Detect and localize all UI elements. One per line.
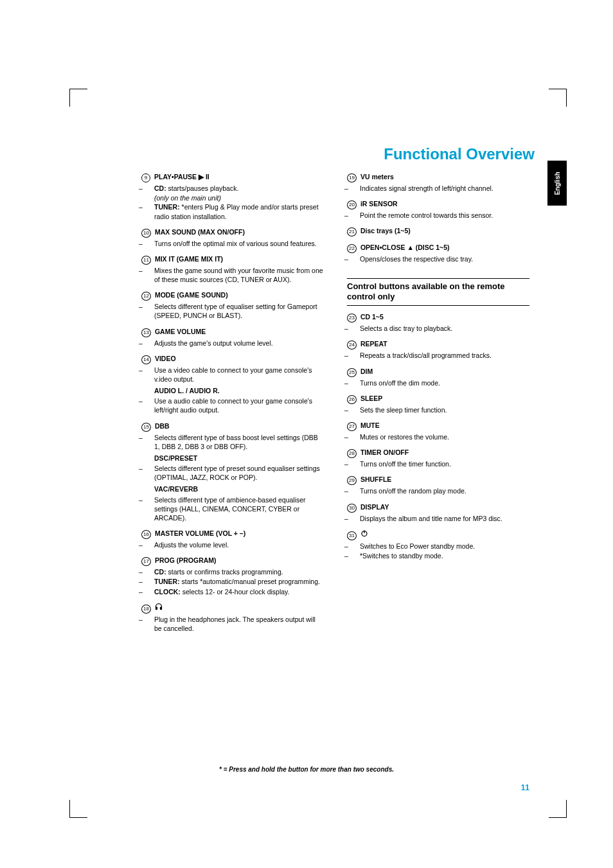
list-item: 13GAME VOLUMEAdjusts the game's output v… xyxy=(141,327,324,348)
list-item: 12MODE (GAME SOUND)Selects different typ… xyxy=(141,290,324,320)
item-number: 25 xyxy=(347,368,357,377)
item-title: VU meters xyxy=(360,172,394,181)
item-title: REPEAT xyxy=(360,339,387,348)
language-tab: English xyxy=(547,161,567,206)
item-heading: 12MODE (GAME SOUND) xyxy=(141,290,324,301)
item-number: 29 xyxy=(347,476,357,485)
section-heading: Control buttons available on the remote … xyxy=(347,278,529,306)
item-number: 19 xyxy=(347,173,357,182)
list-item: 30DISPLAYDisplays the album and title na… xyxy=(347,502,529,523)
item-title: MODE (GAME SOUND) xyxy=(155,290,228,299)
item-title xyxy=(360,529,368,539)
list-item: 19VU metersIndicates signal strength of … xyxy=(347,172,529,193)
item-description: Displays the album and title name for MP… xyxy=(347,514,529,523)
page-number: 11 xyxy=(521,783,529,792)
crop-mark xyxy=(549,89,567,107)
item-number: 17 xyxy=(141,557,151,566)
item-subtitle: VAC/REVERB xyxy=(141,484,324,493)
item-heading: 10MAX SOUND (MAX ON/OFF) xyxy=(141,227,324,238)
item-number: 13 xyxy=(141,328,151,337)
item-heading: 19VU meters xyxy=(347,172,529,182)
list-item: 9PLAY•PAUSE ▶ IICD: starts/pauses playba… xyxy=(141,172,324,221)
item-number: 21 xyxy=(347,227,357,236)
item-description: Selects different type of bass boost lev… xyxy=(141,433,324,451)
page-title: Functional Overview xyxy=(384,145,535,163)
svg-rect-1 xyxy=(160,607,161,610)
list-item: 27MUTEMutes or restores the volume. xyxy=(347,421,529,441)
item-title: DIM xyxy=(360,367,373,376)
item-title: MASTER VOLUME (VOL + –) xyxy=(155,529,245,538)
item-title: MAX SOUND (MAX ON/OFF) xyxy=(155,227,245,236)
list-item: 10MAX SOUND (MAX ON/OFF)Turns on/off the… xyxy=(141,227,324,248)
item-description: Selects different type of ambience-based… xyxy=(141,495,324,523)
item-number: 31 xyxy=(347,531,357,540)
list-item: 16MASTER VOLUME (VOL + –)Adjusts the vol… xyxy=(141,529,324,549)
crop-mark xyxy=(69,89,87,107)
item-heading: 18 xyxy=(141,603,324,614)
item-description: Indicates signal strength of left/right … xyxy=(347,184,529,193)
item-description: Use a video cable to connect to your gam… xyxy=(141,366,324,384)
item-description: Switches to Eco Power standby mode. xyxy=(347,542,529,551)
item-description: Point the remote control towards this se… xyxy=(347,211,529,220)
item-title: PROG (PROGRAM) xyxy=(155,556,217,565)
list-item: 23CD 1~5Selects a disc tray to playback. xyxy=(347,312,529,333)
item-subtitle: AUDIO L. / AUDIO R. xyxy=(141,386,324,395)
item-description: CD: starts or confirms tracks programmin… xyxy=(141,567,324,576)
left-column: 9PLAY•PAUSE ▶ IICD: starts/pauses playba… xyxy=(141,172,324,639)
item-heading: 31 xyxy=(347,529,529,540)
item-description: Mutes or restores the volume. xyxy=(347,432,529,441)
item-heading: 14VIDEO xyxy=(141,354,324,364)
item-description: Repeats a track/disc/all programmed trac… xyxy=(347,351,529,360)
item-description: Selects different type of equaliser sett… xyxy=(141,302,324,320)
item-heading: 27MUTE xyxy=(347,421,529,431)
item-description: TUNER: starts *automatic/manual preset p… xyxy=(141,577,324,586)
item-description: Selects different type of preset sound e… xyxy=(141,464,324,482)
item-heading: 21Disc trays (1~5) xyxy=(347,226,529,236)
item-heading: 16MASTER VOLUME (VOL + –) xyxy=(141,529,324,539)
list-item: 25DIMTurns on/off the dim mode. xyxy=(347,367,529,387)
item-heading: 15DBB xyxy=(141,421,324,432)
item-title: GAME VOLUME xyxy=(155,327,206,336)
item-heading: 24REPEAT xyxy=(347,339,529,350)
item-number: 10 xyxy=(141,229,151,238)
item-number: 14 xyxy=(141,355,151,364)
item-note: (only on the main unit) xyxy=(141,193,324,202)
content-columns: 9PLAY•PAUSE ▶ IICD: starts/pauses playba… xyxy=(141,172,529,639)
item-heading: 26SLEEP xyxy=(347,394,529,404)
list-item: 15DBBSelects different type of bass boos… xyxy=(141,421,324,523)
item-heading: 30DISPLAY xyxy=(347,502,529,513)
item-description: Use a audio cable to connect to your gam… xyxy=(141,396,324,414)
list-item: 28TIMER ON/OFFTurns on/off the timer fun… xyxy=(347,448,529,468)
item-heading: 9PLAY•PAUSE ▶ II xyxy=(141,172,324,182)
item-number: 22 xyxy=(347,244,357,253)
item-heading: 25DIM xyxy=(347,367,529,377)
item-title xyxy=(155,603,163,612)
list-item: 22OPEN•CLOSE ▲ (DISC 1~5)Opens/closes th… xyxy=(347,243,529,263)
headphones-icon xyxy=(155,603,163,610)
item-number: 20 xyxy=(347,200,357,209)
list-item: 29SHUFFLETurns on/off the random play mo… xyxy=(347,475,529,495)
list-item: 20iR SENSORPoint the remote control towa… xyxy=(347,199,529,220)
item-heading: 13GAME VOLUME xyxy=(141,327,324,337)
item-description: Mixes the game sound with your favorite … xyxy=(141,266,324,284)
item-heading: 17PROG (PROGRAM) xyxy=(141,556,324,566)
item-description: Adjusts the volume level. xyxy=(141,540,324,549)
item-title: SLEEP xyxy=(360,394,382,403)
list-item: 31Switches to Eco Power standby mode.*Sw… xyxy=(347,529,529,560)
item-number: 15 xyxy=(141,423,151,432)
item-description: Sets the sleep timer function. xyxy=(347,405,529,414)
item-number: 30 xyxy=(347,504,357,513)
item-heading: 29SHUFFLE xyxy=(347,475,529,485)
item-description: Turns on/off the random play mode. xyxy=(347,486,529,495)
item-description: Adjusts the game's output volume level. xyxy=(141,339,324,348)
item-description: TUNER: *enters Plug & Play mode and/or s… xyxy=(141,202,324,220)
list-item: 21Disc trays (1~5) xyxy=(347,226,529,236)
item-heading: 22OPEN•CLOSE ▲ (DISC 1~5) xyxy=(347,243,529,253)
item-description: Turns on/off the timer function. xyxy=(347,459,529,468)
list-item: 24REPEATRepeats a track/disc/all program… xyxy=(347,339,529,360)
item-number: 26 xyxy=(347,395,357,404)
crop-mark xyxy=(549,800,567,818)
item-title: DBB xyxy=(155,421,170,430)
item-title: TIMER ON/OFF xyxy=(360,448,409,457)
item-title: MUTE xyxy=(360,421,380,430)
